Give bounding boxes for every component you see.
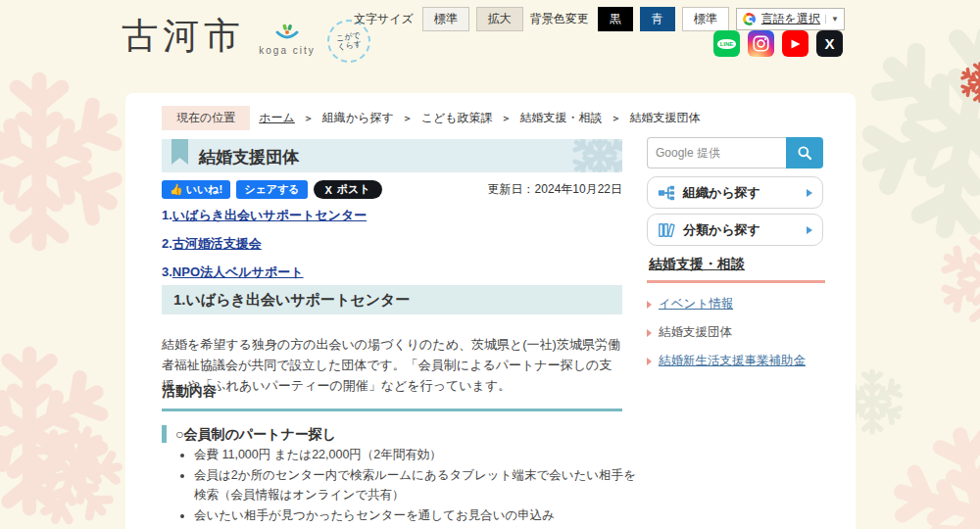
snowflake-decoration bbox=[867, 402, 980, 529]
page-title: 結婚支援団体 bbox=[162, 139, 622, 168]
bg-standard-button[interactable]: 標準 bbox=[682, 7, 729, 31]
search-button[interactable] bbox=[786, 137, 823, 168]
share-button[interactable]: シェアする bbox=[236, 180, 307, 199]
bg-color-label: 背景色変更 bbox=[530, 11, 589, 27]
activity-heading: 活動内容 bbox=[162, 383, 622, 411]
breadcrumb-current: 結婚支援団体 bbox=[630, 110, 701, 126]
snowflake-decoration bbox=[936, 230, 980, 328]
content-panel: 現在の位置 ホーム ＞ 組織から探す ＞ こども政策課 ＞ 結婚支援・相談 ＞ … bbox=[125, 93, 856, 529]
updated-date: 更新日：2024年10月22日 bbox=[488, 181, 622, 198]
instagram-icon[interactable] bbox=[748, 30, 774, 57]
font-size-label: 文字サイズ bbox=[354, 11, 414, 27]
bg-black-button[interactable]: 黒 bbox=[598, 7, 633, 31]
breadcrumb-item[interactable]: 組織から探す bbox=[322, 110, 394, 126]
language-caret-icon[interactable]: ▼ bbox=[825, 15, 839, 24]
search-by-category-button[interactable]: 分類から探す bbox=[647, 214, 823, 246]
instagram-glyph bbox=[753, 35, 769, 52]
toc-list: 1.いばらき出会いサポートセンター 2.古河婚活支援会 3.NPO法人ベルサポー… bbox=[162, 207, 367, 292]
koga-city-emblem: koga city bbox=[259, 24, 316, 56]
breadcrumb-item[interactable]: こども政策課 bbox=[421, 110, 493, 126]
books-icon bbox=[658, 221, 675, 239]
language-selector[interactable]: 言語を選択 ▼ bbox=[736, 8, 845, 30]
toc-item[interactable]: 3.NPO法人ベルサポート bbox=[162, 264, 367, 281]
org-chart-icon bbox=[658, 184, 675, 202]
search-by-organization-button[interactable]: 組織から探す bbox=[647, 176, 823, 209]
google-icon bbox=[742, 12, 757, 26]
triangle-bullet-icon bbox=[647, 301, 652, 309]
youtube-play-glyph bbox=[788, 38, 803, 50]
list-item: 会いたい相手が見つかったらセンターを通してお見合いの申込み bbox=[194, 505, 643, 525]
toc-item[interactable]: 2.古河婚活支援会 bbox=[162, 235, 367, 253]
sidebar-links: イベント情報 結婚支援団体 結婚新生活支援事業補助金 bbox=[647, 296, 806, 381]
youtube-icon[interactable] bbox=[782, 30, 808, 57]
toc-item[interactable]: 1.いばらき出会いサポートセンター bbox=[162, 207, 367, 224]
koga-city-caption: koga city bbox=[259, 45, 316, 56]
snowflake-decoration bbox=[569, 139, 622, 172]
site-logo[interactable]: 古河市 koga city こがで くらす bbox=[122, 14, 370, 63]
triangle-bullet-icon bbox=[647, 358, 652, 365]
list-item: 会費 11,000円 または22,000円（2年間有効） bbox=[194, 445, 643, 464]
bg-blue-button[interactable]: 青 bbox=[640, 7, 675, 31]
font-standard-button[interactable]: 標準 bbox=[422, 7, 469, 31]
chevron-right-icon bbox=[807, 226, 812, 234]
page-title-band: 結婚支援団体 bbox=[162, 139, 622, 172]
sidebar-category-heading[interactable]: 結婚支援・相談 bbox=[649, 256, 745, 273]
line-icon[interactable]: LINE bbox=[713, 30, 740, 57]
social-links: LINE X bbox=[713, 30, 843, 57]
breadcrumb-item[interactable]: 結婚支援・相談 bbox=[520, 110, 603, 126]
breadcrumb-separator: ＞ bbox=[612, 112, 621, 125]
activity-subheading: ○会員制のパートナー探し bbox=[162, 425, 336, 443]
koga-emblem-icon bbox=[274, 24, 300, 41]
section-heading-band: 1.いばらき出会いサポートセンター bbox=[162, 285, 622, 314]
snowflake-decoration bbox=[0, 69, 132, 255]
font-large-button[interactable]: 拡大 bbox=[476, 7, 523, 31]
sidebar-item-event-info[interactable]: イベント情報 bbox=[647, 296, 806, 313]
x-glyph-icon: X bbox=[325, 184, 332, 196]
sidebar-item-marriage-support-groups[interactable]: 結婚支援団体 bbox=[647, 324, 806, 341]
language-select-link: 言語を選択 bbox=[761, 11, 820, 27]
sidebar-item-newlife-subsidy[interactable]: 結婚新生活支援事業補助金 bbox=[647, 353, 806, 369]
snowflake-decoration bbox=[0, 343, 118, 519]
breadcrumb-separator: ＞ bbox=[502, 112, 512, 125]
chevron-right-icon bbox=[807, 189, 812, 197]
breadcrumb-separator: ＞ bbox=[304, 112, 314, 125]
bookmark-icon bbox=[172, 139, 188, 165]
triangle-bullet-icon bbox=[647, 329, 652, 337]
accessibility-toolbar: 文字サイズ 標準 拡大 背景色変更 黒 青 標準 言語を選択 ▼ bbox=[354, 7, 845, 31]
breadcrumb-home[interactable]: ホーム bbox=[259, 110, 295, 126]
section-heading: 1.いばらき出会いサポートセンター bbox=[162, 285, 622, 310]
site-title: 古河市 bbox=[122, 14, 245, 59]
like-button[interactable]: 👍 いいね! bbox=[162, 180, 230, 199]
page-root: 古河市 koga city こがで くらす 文字サイズ 標準 拡大 背景色変更 … bbox=[0, 0, 980, 529]
site-search bbox=[647, 137, 823, 168]
breadcrumb-label: 現在の位置 bbox=[162, 106, 250, 130]
breadcrumb-separator: ＞ bbox=[403, 112, 413, 125]
snowflake-decoration bbox=[3, 407, 141, 529]
x-post-button[interactable]: Xポスト bbox=[314, 180, 382, 199]
search-icon bbox=[797, 145, 812, 161]
snowflake-decoration bbox=[958, 61, 980, 104]
share-row: 👍 いいね! シェアする Xポスト 更新日：2024年10月22日 bbox=[162, 180, 622, 199]
sidebar-category-rule bbox=[647, 280, 825, 283]
activity-list: 会費 11,000円 または22,000円（2年間有効） 会員は2か所のセンター… bbox=[176, 445, 643, 529]
list-item: 会員は2か所のセンター内で検索ルームにあるタブレット端末で会いたい相手を検索（会… bbox=[194, 465, 643, 505]
breadcrumb: 現在の位置 ホーム ＞ 組織から探す ＞ こども政策課 ＞ 結婚支援・相談 ＞ … bbox=[162, 106, 701, 130]
search-input[interactable] bbox=[647, 137, 786, 168]
x-icon[interactable]: X bbox=[816, 30, 843, 57]
